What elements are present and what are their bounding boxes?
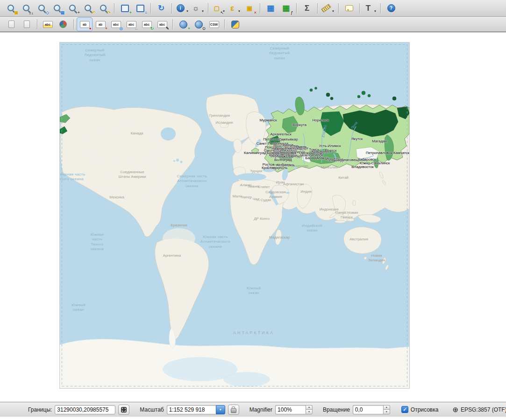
zoom-native-1-1-button[interactable]: 1:1 [19, 2, 34, 15]
crs-button[interactable]: ⊕ EPSG:3857 (OTF) [449, 406, 506, 413]
map-label-city: Братск [325, 148, 336, 153]
map-label-country: Нигер [242, 195, 252, 200]
show-hide-labels-button[interactable]: abc◎ [108, 18, 123, 31]
map-label-country: Мали [233, 194, 242, 199]
step-up-icon[interactable]: ▲ [306, 405, 313, 410]
map-label-country: Китай [338, 175, 349, 180]
map-label-country: Судан [260, 198, 271, 203]
rotate-label-icon: abc↻ [142, 20, 151, 29]
step-down-icon[interactable]: ▼ [383, 409, 390, 414]
map-label-city: Санкт-Петербург [257, 141, 286, 146]
python-console-icon [230, 20, 240, 29]
map-label-country: Саудовская Аравия [265, 190, 286, 199]
dropdown-arrow-icon[interactable]: ▼ [201, 10, 204, 13]
dropdown-arrow-icon[interactable]: ▼ [186, 10, 189, 13]
deselect-all-button[interactable]: ▣× [242, 2, 257, 15]
scale-lock-button[interactable] [228, 405, 239, 415]
map-label-country: ДР Конго [254, 217, 270, 221]
new-bookmark-button[interactable]: + [117, 2, 132, 15]
map-label-ocean: Северный Ледовитый океан [85, 48, 106, 63]
move-label-button[interactable]: abc↔ [124, 18, 139, 31]
map-label-ocean: Южный океан [247, 286, 261, 296]
select-by-expression-button[interactable]: ε▼ [227, 2, 242, 15]
map-label-city: Улан-Удэ [328, 158, 344, 162]
run-feature-action-icon: ☼ [191, 4, 200, 13]
identify-features-button[interactable]: i▼ [175, 2, 190, 15]
scale-input[interactable] [167, 405, 216, 414]
metasearch-search-button[interactable]: ⊙ [191, 18, 206, 31]
render-checkbox[interactable]: ✓ [401, 406, 408, 413]
rotate-label-button[interactable]: abc↻ [139, 18, 154, 31]
pin-unpin-labels-button[interactable]: ab+ [93, 18, 108, 31]
toolbar-separator [208, 3, 208, 14]
zoom-to-selection-button[interactable]: ▣ [4, 2, 19, 15]
rotation-input[interactable] [353, 405, 383, 414]
measure-line-button[interactable]: ▼ [321, 2, 335, 15]
csw-client-button[interactable]: CSW [207, 18, 221, 31]
text-annotation-button[interactable]: T▼ [363, 2, 378, 15]
chevron-down-icon: ▼ [219, 408, 222, 411]
python-console-button[interactable] [228, 18, 242, 31]
layer-labeling-options-button[interactable]: abc [40, 18, 55, 31]
map-label-country: Аргентина [163, 253, 181, 258]
extents-button[interactable] [118, 405, 129, 415]
map-label-country: Афганистан [283, 182, 304, 187]
map-label-ocean: Южная часть Атлантического океана [200, 235, 230, 249]
magnifier-spinbox[interactable]: ▲ ▼ [275, 405, 313, 414]
map-label-river: Лена [350, 121, 358, 131]
map-label-city: Тула [272, 149, 280, 154]
map-label-city: Новосибирск [300, 153, 323, 157]
zoom-last-button[interactable]: ↶ [81, 2, 96, 15]
map-label-city: Воронеж [271, 154, 286, 158]
zoom-full-button[interactable]: ◇ [35, 2, 50, 15]
zoom-next-icon: ↷ [99, 4, 108, 13]
move-label-icon: abc↔ [127, 20, 136, 29]
paste-style-button[interactable] [19, 18, 34, 31]
map-label-city: Ижевск [285, 146, 298, 150]
dropdown-arrow-icon[interactable]: ▼ [238, 10, 241, 13]
map-label-river: Енисей [321, 125, 328, 138]
map-canvas[interactable]: Северный Ледовитый океанСеверный Ледовит… [59, 42, 410, 389]
rotation-spinbox[interactable]: ▲ ▼ [353, 405, 390, 414]
open-attribute-table-button[interactable]: ▦ [263, 2, 278, 15]
refresh-button[interactable]: ↻ [154, 2, 169, 15]
dropdown-arrow-icon[interactable]: ▼ [332, 10, 335, 13]
map-label-country: Мексика [109, 195, 124, 200]
map-label-region: АНТАРКТИКА [233, 330, 274, 335]
select-features-button[interactable]: ▢↖▼ [211, 2, 226, 15]
layer-labeling-options-icon: abc [43, 20, 52, 29]
show-bookmarks-button[interactable]: ≡ [133, 2, 148, 15]
extents-input[interactable] [55, 405, 115, 414]
step-down-icon[interactable]: ▼ [306, 409, 313, 414]
step-up-icon[interactable]: ▲ [383, 405, 390, 410]
map-label-city: Владивосток [351, 165, 374, 169]
zoom-next-button[interactable]: ↷ [96, 2, 111, 15]
map-tips-button[interactable] [342, 2, 356, 15]
lock-icon [231, 408, 236, 413]
open-field-calculator-button[interactable]: ▦ƒ [278, 2, 293, 15]
run-feature-action-button[interactable]: ☼▼ [190, 2, 205, 15]
magnifier-steppers[interactable]: ▲ ▼ [306, 405, 313, 414]
map-label-ocean: Северная часть Атлантического океана [177, 174, 207, 189]
scale-dropdown-button[interactable]: ▼ [216, 405, 225, 414]
metasearch-add-service-button[interactable]: + [176, 18, 191, 31]
zoom-to-layer-button[interactable]: ▤ [50, 2, 65, 15]
layer-diagram-options-button[interactable] [56, 18, 71, 31]
map-tips-icon [344, 4, 354, 13]
toolbar-separator [317, 3, 318, 14]
highlight-pinned-labels-button[interactable]: ab● [77, 17, 93, 31]
rotation-steppers[interactable]: ▲ ▼ [383, 405, 390, 414]
change-label-properties-button[interactable]: abc✎ [155, 18, 170, 31]
show-statistical-summary-button[interactable]: Σ [299, 2, 314, 15]
render-toggle[interactable]: ✓ Отрисовка [401, 406, 439, 413]
map-label-city: Иркутск [326, 157, 339, 161]
zoom-to-selection-icon: ▣ [7, 4, 16, 13]
scale-combobox[interactable]: ▼ [167, 405, 225, 414]
zoom-in-button[interactable]: + [65, 2, 80, 15]
dropdown-arrow-icon[interactable]: ▼ [374, 10, 377, 13]
help-contents-button[interactable]: ? [384, 2, 399, 15]
map-label-city: Магадан [372, 139, 387, 143]
magnifier-input[interactable] [275, 405, 306, 414]
copy-style-button[interactable] [4, 18, 19, 31]
map-label-city: Рязань [273, 150, 285, 154]
